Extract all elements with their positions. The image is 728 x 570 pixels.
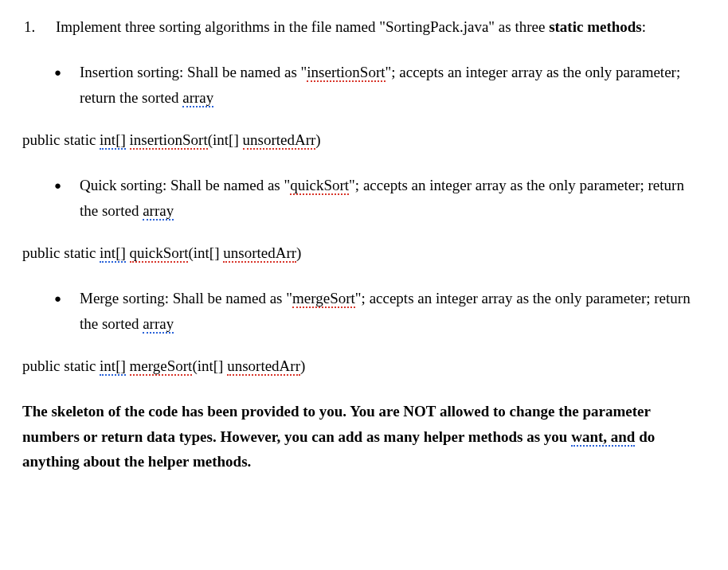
bullet-label: Merge sorting: Shall be named as " <box>80 290 292 306</box>
list-number: 1. <box>22 14 56 39</box>
method-name: quickSort <box>290 177 349 195</box>
bullet-marker-icon: ● <box>54 173 80 223</box>
sig-func: mergeSort <box>130 357 193 376</box>
list-content: Implement three sorting algorithms in th… <box>56 14 706 39</box>
bullet-item: ● Merge sorting: Shall be named as "merg… <box>22 286 706 336</box>
sig-close: ) <box>300 357 305 374</box>
sig-param: unsortedArr <box>227 357 300 376</box>
method-signature: public static int[] quickSort(int[] unso… <box>22 240 706 265</box>
sig-param: unsortedArr <box>223 244 296 263</box>
sig-type: int[] <box>100 244 126 263</box>
array-word: array <box>182 89 213 107</box>
bullet-marker-icon: ● <box>54 60 80 110</box>
sig-open: (int[] <box>208 131 243 148</box>
array-word: array <box>143 202 174 221</box>
sig-type: int[] <box>100 131 126 150</box>
sig-func: quickSort <box>130 244 189 263</box>
method-name: mergeSort <box>292 290 355 308</box>
sig-param: unsortedArr <box>243 131 316 150</box>
bullet-content: Merge sorting: Shall be named as "mergeS… <box>80 286 706 336</box>
sig-type: int[] <box>100 357 126 376</box>
method-signature: public static int[] insertionSort(int[] … <box>22 127 706 152</box>
intro-text: Implement three sorting algorithms in th… <box>56 18 549 35</box>
method-signature: public static int[] mergeSort(int[] unso… <box>22 353 706 378</box>
sig-close: ) <box>296 244 301 261</box>
bullet-label: Insertion sorting: Shall be named as " <box>80 64 307 80</box>
note-part1: The skeleton of the code has been provid… <box>22 403 651 444</box>
method-name: insertionSort <box>307 64 385 82</box>
bullet-marker-icon: ● <box>54 286 80 336</box>
intro-bold: static methods <box>549 18 642 35</box>
array-word: array <box>143 315 174 334</box>
sig-prefix: public static <box>22 244 100 261</box>
sig-space <box>126 357 130 374</box>
sig-prefix: public static <box>22 131 100 148</box>
bullet-content: Insertion sorting: Shall be named as "in… <box>80 60 706 110</box>
bullet-item: ● Insertion sorting: Shall be named as "… <box>22 60 706 110</box>
sig-open: (int[] <box>188 244 223 261</box>
note-want-and: want, and <box>571 428 635 447</box>
sig-space <box>126 131 130 148</box>
final-note: The skeleton of the code has been provid… <box>22 399 706 474</box>
sig-space <box>126 244 130 261</box>
bullet-item: ● Quick sorting: Shall be named as "quic… <box>22 173 706 223</box>
ordered-list-item: 1. Implement three sorting algorithms in… <box>22 14 706 39</box>
sig-open: (int[] <box>192 357 227 374</box>
bullet-content: Quick sorting: Shall be named as "quickS… <box>80 173 706 223</box>
bullet-label: Quick sorting: Shall be named as " <box>80 177 290 193</box>
sig-func: insertionSort <box>130 131 208 150</box>
sig-close: ) <box>315 131 320 148</box>
sig-prefix: public static <box>22 357 100 374</box>
intro-post: : <box>642 18 646 35</box>
